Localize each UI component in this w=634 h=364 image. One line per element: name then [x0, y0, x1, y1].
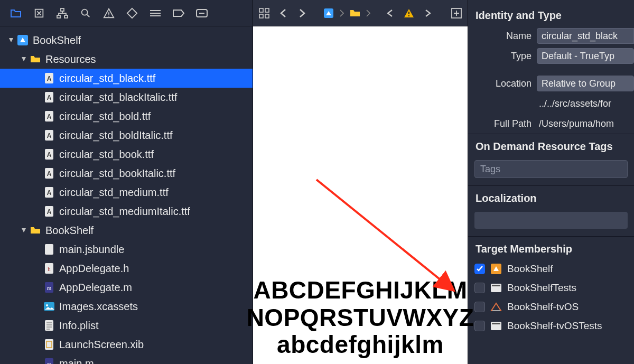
tree-label: Resources [45, 53, 96, 66]
tree-label: circular_std_medium.ttf [59, 186, 169, 199]
target-name: BookShelf-tvOS [507, 301, 579, 313]
tree-file[interactable]: A circular_std_bold.ttf [0, 107, 253, 126]
generic-file-icon [43, 244, 55, 255]
source-control-tab-icon[interactable] [27, 0, 51, 26]
warning-icon[interactable] [401, 5, 417, 21]
svg-text:A: A [47, 189, 52, 197]
breakpoints-tab-icon[interactable] [167, 0, 190, 26]
tree-label: Info.plist [59, 320, 98, 332]
related-items-icon[interactable] [256, 5, 272, 21]
tree-folder-bookshelf[interactable]: BookShelf [0, 221, 253, 240]
svg-rect-3 [64, 15, 68, 18]
fullpath-text: /Users/puma/hom [537, 118, 634, 129]
svg-rect-2 [57, 15, 60, 18]
tree-file[interactable]: m AppDelegate.m [0, 278, 253, 297]
svg-rect-36 [259, 8, 263, 12]
tree-label: circular_std_black.ttf [59, 72, 155, 85]
breadcrumb-sep-icon [340, 9, 344, 17]
svg-text:A: A [47, 94, 52, 101]
tree-folder-resources[interactable]: Resources [0, 50, 253, 69]
tree-file[interactable]: A circular_std_book.ttf [0, 145, 253, 164]
target-member-row[interactable]: BookShelf-tvOS [468, 297, 634, 316]
font-file-icon: A [43, 110, 55, 122]
add-editor-icon[interactable] [449, 5, 464, 21]
checkbox-icon[interactable] [474, 264, 485, 274]
preview-line: ABCDEFGHIJKLM [253, 277, 467, 304]
reports-tab-icon[interactable] [190, 0, 213, 26]
disclosure-triangle-icon[interactable] [20, 55, 27, 63]
target-member-row[interactable]: BookShelf [468, 259, 634, 278]
breadcrumb-sep-icon [366, 9, 370, 17]
type-label: Type [468, 51, 537, 62]
font-file-icon: A [43, 129, 55, 141]
tree-file[interactable]: A circular_std_boldItalic.ttf [0, 126, 253, 145]
tree-label: BookShelf [33, 34, 81, 46]
tree-file[interactable]: Info.plist [0, 316, 253, 335]
svg-rect-37 [265, 8, 269, 12]
relative-path-text: ../../src/assets/for [537, 98, 634, 109]
tree-file[interactable]: Images.xcassets [0, 297, 253, 316]
tree-label: main.m [59, 358, 94, 365]
tree-file[interactable]: main.jsbundle [0, 240, 253, 259]
tree-file[interactable]: A circular_std_bookItalic.ttf [0, 164, 253, 183]
svg-point-5 [108, 15, 109, 16]
svg-rect-49 [492, 323, 500, 324]
tree-file[interactable]: h AppDelegate.h [0, 259, 253, 278]
tree-file[interactable]: A circular_std_medium.ttf [0, 183, 253, 202]
svg-point-4 [82, 9, 88, 15]
preview-line: abcdefghijklm [277, 331, 444, 359]
location-dropdown[interactable]: Relative to Group [537, 76, 634, 91]
impl-file-icon: m [43, 358, 55, 364]
disclosure-triangle-icon[interactable] [20, 227, 27, 234]
location-label: Location [468, 78, 537, 89]
target-name: BookShelf-tvOSTests [507, 320, 602, 332]
tree-label: circular_std_mediumItalic.ttf [59, 206, 190, 218]
name-field[interactable]: circular_std_black [537, 28, 634, 44]
tree-label: AppDelegate.h [59, 263, 129, 275]
editor-jump-bar [253, 0, 468, 26]
tree-file[interactable]: m main.m [0, 354, 253, 364]
target-name: BookShelfTests [507, 282, 576, 294]
svg-text:m: m [47, 285, 52, 291]
file-tree[interactable]: BookShelf Resources A circular_std_black… [0, 26, 253, 364]
tests-target-icon [490, 320, 502, 332]
svg-rect-1 [61, 8, 64, 11]
nav-forward-icon[interactable] [294, 5, 310, 21]
symbol-tab-icon[interactable] [51, 0, 74, 26]
folder-tab-icon[interactable] [4, 0, 27, 26]
issues-tab-icon[interactable] [97, 0, 120, 26]
project-navigator: BookShelf Resources A circular_std_black… [0, 0, 253, 364]
tree-project-root[interactable]: BookShelf [0, 31, 253, 50]
tree-label: circular_std_blackItalic.ttf [59, 91, 177, 104]
checkbox-icon[interactable] [474, 283, 485, 293]
nav-back-icon[interactable] [275, 5, 291, 21]
tree-file[interactable]: A circular_std_mediumItalic.ttf [0, 202, 253, 221]
target-member-row[interactable]: BookShelf-tvOSTests [468, 316, 634, 335]
svg-rect-39 [265, 14, 269, 18]
tree-label: AppDelegate.m [59, 282, 132, 294]
tree-label: circular_std_book.ttf [59, 148, 154, 161]
section-identity-header: Identity and Type [468, 0, 634, 26]
tree-file[interactable]: LaunchScreen.xib [0, 335, 253, 354]
localization-bar[interactable] [474, 212, 628, 229]
find-tab-icon[interactable] [74, 0, 97, 26]
checkbox-icon[interactable] [474, 321, 485, 331]
checkbox-icon[interactable] [474, 302, 485, 312]
svg-text:m: m [47, 361, 52, 364]
target-member-row[interactable]: BookShelfTests [468, 278, 634, 297]
odr-tags-field[interactable]: Tags [474, 160, 628, 178]
debug-tab-icon[interactable] [144, 0, 167, 26]
tree-file[interactable]: A circular_std_black.ttf [0, 69, 253, 88]
tree-label: circular_std_bookItalic.ttf [59, 167, 175, 180]
tree-file[interactable]: A circular_std_blackItalic.ttf [0, 88, 253, 107]
svg-rect-47 [492, 285, 500, 286]
type-dropdown[interactable]: Default - TrueTyp [537, 48, 634, 64]
tests-tab-icon[interactable] [120, 0, 144, 26]
issue-prev-icon[interactable] [382, 5, 398, 21]
tree-label: circular_std_boldItalic.ttf [59, 129, 173, 142]
disclosure-triangle-icon[interactable] [7, 36, 15, 44]
issue-next-icon[interactable] [420, 5, 436, 21]
breadcrumb-folder-icon[interactable] [347, 5, 363, 21]
app-target-icon [490, 263, 502, 275]
breadcrumb-app-icon[interactable] [321, 5, 337, 21]
